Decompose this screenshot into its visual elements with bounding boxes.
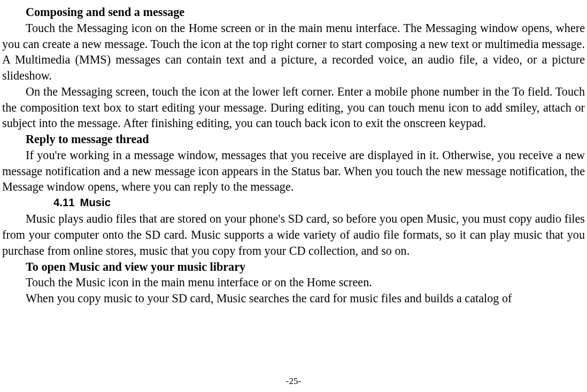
para-open-music-1: Touch the Music icon in the main menu in… — [2, 275, 585, 291]
section-number: 4.11 — [53, 197, 74, 208]
para-composing-1-text: Touch the Messaging icon on the Home scr… — [2, 21, 585, 82]
para-reply-text: If you're working in a message window, m… — [2, 148, 585, 194]
para-music-1-text: Music plays audio files that are stored … — [2, 212, 585, 257]
para-reply: If you're working in a message window, m… — [2, 147, 585, 195]
heading-composing-text: Composing and send a message — [26, 5, 184, 19]
para-composing-1: Touch the Messaging icon on the Home scr… — [2, 20, 585, 84]
heading-open-music: To open Music and view your music librar… — [2, 259, 585, 275]
document-page: Composing and send a message Touch the M… — [0, 0, 587, 392]
page-number: -25- — [0, 376, 587, 387]
heading-reply-text: Reply to message thread — [26, 132, 149, 146]
section-title: Music — [80, 197, 110, 208]
para-composing-2-text: On the Messaging screen, touch the icon … — [2, 85, 585, 130]
page-number-text: -25- — [286, 376, 301, 386]
para-open-music-1-text: Touch the Music icon in the main menu in… — [26, 276, 372, 289]
heading-composing: Composing and send a message — [2, 4, 585, 20]
para-open-music-2-text: When you copy music to your SD card, Mus… — [26, 292, 512, 305]
heading-reply: Reply to message thread — [2, 131, 585, 147]
para-open-music-2: When you copy music to your SD card, Mus… — [2, 291, 585, 307]
section-heading-music: 4.11Music — [2, 195, 585, 210]
heading-open-music-text: To open Music and view your music librar… — [26, 260, 245, 273]
para-music-1: Music plays audio files that are stored … — [2, 211, 585, 258]
para-composing-2: On the Messaging screen, touch the icon … — [2, 84, 585, 131]
